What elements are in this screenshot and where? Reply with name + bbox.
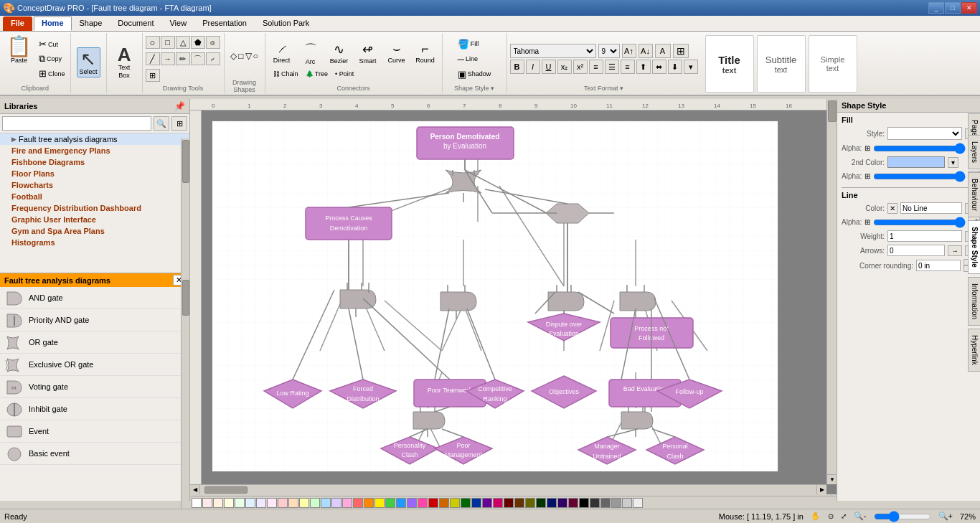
- tool-arrow[interactable]: →: [161, 52, 175, 65]
- swatch-11[interactable]: [310, 498, 320, 508]
- line-color-value[interactable]: No Line: [900, 202, 962, 214]
- maximize-button[interactable]: □: [945, 2, 961, 14]
- line-alpha-slider[interactable]: [873, 218, 966, 227]
- round-connector[interactable]: ⌐ Round: [412, 39, 439, 67]
- vtab-information[interactable]: Information: [968, 277, 980, 326]
- vscroll-down[interactable]: ▼: [827, 474, 837, 484]
- gate-item-basic-event[interactable]: Basic event: [0, 443, 189, 465]
- align-right-button[interactable]: ≡: [621, 60, 635, 74]
- super-button[interactable]: x²: [573, 60, 588, 74]
- direct-connector[interactable]: ⟋ Direct: [268, 39, 296, 67]
- gate-item-inhibit[interactable]: Inhibit gate: [0, 398, 189, 420]
- gate-item-and[interactable]: AND gate: [0, 287, 189, 309]
- bold-button[interactable]: B: [510, 60, 524, 74]
- fit-icon[interactable]: ⤢: [841, 512, 847, 520]
- hscroll-left[interactable]: ◀: [190, 485, 200, 495]
- hscroll-right[interactable]: ▶: [816, 485, 826, 495]
- font-color-button[interactable]: A: [655, 44, 671, 58]
- swatch-23[interactable]: [439, 498, 449, 508]
- subtitle-style-button[interactable]: Subtitle text: [757, 35, 806, 93]
- smart-connector[interactable]: ↫ Smart: [354, 39, 382, 67]
- gate-item-voting[interactable]: m Voting gate: [0, 376, 189, 398]
- swatch-7[interactable]: [267, 498, 277, 508]
- tree-scrollbar[interactable]: [181, 138, 189, 278]
- copy-button[interactable]: ⧉ Copy: [37, 52, 67, 66]
- point-connector[interactable]: • Point: [333, 69, 356, 79]
- tree-connector[interactable]: 🌲 Tree: [303, 69, 331, 79]
- align-bottom-button[interactable]: ⬇: [668, 60, 682, 74]
- tab-file[interactable]: File: [3, 17, 32, 31]
- drawing-shapes-button[interactable]: ◇ □ ▽ ○: [227, 34, 262, 77]
- font-increase-button[interactable]: A↑: [622, 44, 636, 58]
- shadow-button[interactable]: ▣ Shadow: [456, 67, 494, 81]
- fill-alpha2-slider[interactable]: [873, 172, 966, 181]
- align-center-button[interactable]: ☰: [605, 60, 619, 74]
- fill-2ndcolor-dropdown[interactable]: ▾: [948, 157, 958, 168]
- curve-connector[interactable]: ⌣ Curve: [383, 39, 410, 67]
- zoom-slider[interactable]: [874, 512, 931, 521]
- swatch-4[interactable]: [235, 498, 245, 508]
- tree-item-floor[interactable]: Floor Plans: [0, 168, 189, 179]
- tool-ellipse[interactable]: ○: [146, 36, 160, 49]
- arc-connector[interactable]: ⌒ Arc: [297, 39, 324, 68]
- swatch-24[interactable]: [450, 498, 460, 508]
- swatch-10[interactable]: [299, 498, 309, 508]
- swatch-38[interactable]: [600, 498, 611, 508]
- fill-2ndcolor-preview[interactable]: [887, 156, 945, 168]
- swatch-22[interactable]: [428, 498, 438, 508]
- swatch-2[interactable]: [213, 498, 223, 508]
- swatch-32[interactable]: [536, 498, 546, 508]
- swatch-36[interactable]: [579, 498, 589, 508]
- tab-presentation[interactable]: Presentation: [194, 17, 255, 31]
- search-button[interactable]: 🔍: [154, 116, 169, 131]
- swatch-21[interactable]: [418, 498, 428, 508]
- font-family-select[interactable]: Tahoma: [510, 44, 596, 58]
- tab-home[interactable]: Home: [34, 17, 72, 31]
- canvas-vscroll[interactable]: ▼: [826, 99, 837, 484]
- textbox-button[interactable]: A TextBox: [113, 43, 136, 82]
- tree-item-football[interactable]: Football: [0, 191, 189, 202]
- tab-document[interactable]: Document: [110, 17, 161, 31]
- line-weight-value[interactable]: 1: [887, 230, 962, 242]
- fill-alpha-slider[interactable]: [873, 144, 966, 153]
- tool-diamond[interactable]: ⬟: [191, 36, 205, 49]
- swatch-30[interactable]: [514, 498, 524, 508]
- clone-button[interactable]: ⊞ Clone: [37, 67, 67, 80]
- swatch-39[interactable]: [611, 498, 621, 508]
- paste-button[interactable]: 📋 Paste: [3, 34, 35, 67]
- tree-item-fta[interactable]: ▶ Fault tree analysis diagrams: [0, 133, 189, 145]
- zoom-out-icon[interactable]: 🔍-: [854, 512, 867, 521]
- swatch-25[interactable]: [461, 498, 471, 508]
- tree-item-flowcharts[interactable]: Flowcharts: [0, 179, 189, 191]
- titlebar-winbtns[interactable]: _ □ ✕: [928, 2, 977, 14]
- vtab-shape-style[interactable]: Shape Style: [968, 220, 980, 274]
- tool-poly[interactable]: ⌾: [206, 36, 220, 49]
- swatch-20[interactable]: [407, 498, 417, 508]
- tool-spline[interactable]: ⌿: [206, 52, 220, 65]
- tool-rect[interactable]: □: [161, 36, 175, 49]
- fill-button[interactable]: 🪣 Fill: [456, 37, 481, 51]
- swatch-3[interactable]: [224, 498, 234, 508]
- zoom-100-icon[interactable]: ⊙: [828, 512, 834, 520]
- tab-solution-park[interactable]: Solution Park: [255, 17, 317, 31]
- zoom-in-icon[interactable]: 🔍+: [938, 512, 953, 521]
- vtab-hyperlink[interactable]: Hyperlink: [968, 329, 980, 372]
- font-size-select[interactable]: 9: [598, 44, 620, 58]
- swatch-1[interactable]: [202, 498, 212, 508]
- more-text-button[interactable]: ⊞: [673, 44, 689, 58]
- swatch-12[interactable]: [321, 498, 331, 508]
- sub-button[interactable]: x₂: [557, 60, 572, 74]
- minimize-button[interactable]: _: [928, 2, 944, 14]
- gate-item-priority-and[interactable]: Priority AND gate: [0, 309, 189, 331]
- swatch-31[interactable]: [525, 498, 535, 508]
- swatch-28[interactable]: [493, 498, 503, 508]
- align-middle-button[interactable]: ⬌: [652, 60, 666, 74]
- search-input[interactable]: [2, 116, 151, 131]
- select-button[interactable]: ↖ Select: [77, 47, 100, 78]
- tool-line[interactable]: ╱: [146, 52, 160, 65]
- tree-item-gym[interactable]: Gym and Spa Area Plans: [0, 225, 189, 237]
- swatch-18[interactable]: [385, 498, 395, 508]
- swatch-17[interactable]: [374, 498, 385, 508]
- swatch-0[interactable]: [192, 498, 202, 508]
- hscroll-thumb[interactable]: [204, 486, 248, 494]
